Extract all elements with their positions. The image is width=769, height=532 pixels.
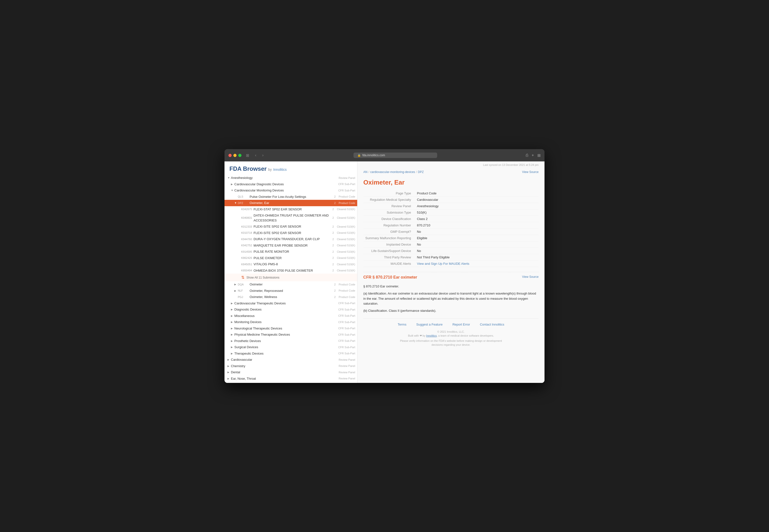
- sidebar: FDA Browser by Innolitics ▼Anesthesiolog…: [224, 161, 357, 383]
- tree-arrow: ▶: [234, 289, 238, 293]
- detail-label: Life-Sustain/Support Device: [363, 248, 415, 254]
- minimize-button[interactable]: [233, 154, 236, 157]
- app-header: FDA Browser by Innolitics: [224, 161, 357, 175]
- tree-item-nlf[interactable]: ▶NLFOximeter, Reprocessed2Product Code: [224, 288, 357, 294]
- view-source-link-top[interactable]: View Source: [522, 170, 539, 174]
- tree-arrow: ▶: [227, 364, 231, 368]
- tree-item-k040831[interactable]: K040831DATEX-OHMEDA TRUSAT PULSE OXIMETE…: [224, 212, 357, 223]
- tree-label: VITALOG PMS-8: [253, 262, 332, 267]
- app-title: FDA Browser: [229, 165, 266, 172]
- tree-item-cardiovascular-monitoring[interactable]: ▼Cardiovascular Monitoring DevicesCFR Su…: [224, 187, 357, 194]
- tree-item-pgj[interactable]: PGJOximeter, Wellness2Product Code: [224, 294, 357, 300]
- tree-label: Oximeter, Wellness: [249, 295, 334, 299]
- detail-label: Review Panel: [363, 203, 415, 209]
- tree-type: CFR Sub-Part: [336, 326, 355, 330]
- tree-item-cardiovascular-diagnostic[interactable]: ▶Cardiovascular Diagnostic DevicesCFR Su…: [224, 181, 357, 188]
- tree-item-k914595[interactable]: K914595PULSE RATE MONITOR2Cleared 510(K): [224, 249, 357, 255]
- tree-item-k042675[interactable]: K042675FLEXI-STAT SP02 EAR SENSOR2Cleare…: [224, 206, 357, 213]
- tree-item-ear-nose-throat[interactable]: ▶Ear, Nose, ThroatReview Panel: [224, 376, 357, 382]
- tree-item-neurological-therapeutic[interactable]: ▶Neurological Therapeutic DevicesCFR Sub…: [224, 325, 357, 332]
- tree-item-k010718[interactable]: K010718FLEXI-SITE SP02 EAR SENSOR2Cleare…: [224, 230, 357, 236]
- show-all-row[interactable]: ⇅Show All 11 Submissions: [224, 274, 357, 281]
- new-tab-icon[interactable]: +: [532, 153, 534, 158]
- footer-link-terms[interactable]: Terms: [398, 323, 407, 326]
- footer-link-contact[interactable]: Contact Innolitics: [480, 323, 504, 326]
- tree-code: K845051: [241, 262, 252, 266]
- maximize-button[interactable]: [238, 154, 241, 157]
- forward-button[interactable]: ›: [261, 153, 265, 158]
- innolitics-link[interactable]: Innolitics: [426, 334, 437, 337]
- tree-item-physical-medicine[interactable]: ▶Physical Medicine Therapeutic DevicesCF…: [224, 331, 357, 338]
- tree-item-cardiovascular[interactable]: ▶CardiovascularReview Panel: [224, 357, 357, 363]
- address-bar[interactable]: 🔒 fda.innolitics.com: [353, 153, 437, 158]
- tree-badge: 2: [332, 237, 334, 241]
- detail-row: MAUDE AlertsView and Sign Up For MAUDE A…: [363, 261, 539, 267]
- detail-label: Page Type: [363, 190, 415, 197]
- tree-label: Oximeter, Ear: [249, 201, 334, 205]
- footer-link-suggest-feature[interactable]: Suggest a Feature: [416, 323, 443, 326]
- view-source-link-cfr[interactable]: View Source: [522, 275, 539, 279]
- detail-row: Page TypeProduct Code: [363, 190, 539, 197]
- tree-type: Cleared 510(K): [335, 216, 355, 220]
- detail-value: No: [415, 248, 539, 254]
- tree-code: K012333: [241, 225, 252, 229]
- tree-item-monitoring-devices[interactable]: ▶Monitoring DevicesCFR Sub-Part: [224, 319, 357, 325]
- tree-item-k850494[interactable]: K850494OHMEDA BIOX 3700 PULSE OXIMETER2C…: [224, 267, 357, 274]
- tree-code: K850494: [241, 268, 252, 273]
- tree-item-surgical-devices[interactable]: ▶Surgical DevicesCFR Sub-Part: [224, 344, 357, 350]
- grid-icon[interactable]: ⊞: [537, 153, 541, 158]
- tree-label: Surgical Devices: [234, 345, 336, 350]
- tree-item-anesthesiology[interactable]: ▼AnesthesiologyReview Panel: [224, 175, 357, 181]
- detail-label: Implanted Device: [363, 241, 415, 248]
- footer-link-report-error[interactable]: Report Error: [453, 323, 470, 326]
- share-icon[interactable]: ⎙: [526, 153, 528, 158]
- tree-item-gastroenterology[interactable]: ▶Gastroenterology and UrologyReview Pane…: [224, 382, 357, 383]
- tree-label: Cardiovascular Diagnostic Devices: [234, 182, 336, 187]
- tree-item-k942752[interactable]: K942752MARQUETTE EAR PROBE SENSOR2Cleare…: [224, 242, 357, 249]
- tree-arrow: ▶: [231, 327, 234, 330]
- tree-item-k862426[interactable]: K862426PULSE OXIMETER2Cleared 510(K): [224, 255, 357, 261]
- tree-item-k012333[interactable]: K012333FLEXI-SITE SP02 EAR SENSOR2Cleare…: [224, 223, 357, 230]
- tree-item-k944760[interactable]: K944760DURA-Y OXYGEN TRANSDUCER, EAR CLI…: [224, 236, 357, 242]
- sync-note: Last synced on 13 December 2021 at 5:24 …: [357, 161, 545, 166]
- toolbar-right: ⎙ + ⊞: [526, 153, 541, 158]
- right-panel: Last synced on 13 December 2021 at 5:24 …: [357, 161, 545, 383]
- detail-row: Summary Malfunction ReportingEligible: [363, 235, 539, 241]
- tree-item-prosthetic-devices[interactable]: ▶Prosthetic DevicesCFR Sub-Part: [224, 338, 357, 344]
- tree-type: Product Code: [337, 195, 355, 199]
- tree-item-chemistry[interactable]: ▶ChemistryReview Panel: [224, 363, 357, 369]
- tree-item-miscellaneous[interactable]: ▶MiscellaneousCFR Sub-Part: [224, 313, 357, 319]
- tree-badge: 2: [332, 262, 334, 266]
- breadcrumb-an[interactable]: AN: [363, 170, 367, 174]
- maude-alerts-link[interactable]: View and Sign Up For MAUDE Alerts: [417, 262, 470, 266]
- tree-arrow: ▶: [231, 333, 234, 336]
- tree-label: Pulse Oximeter For Low-Acuity Settings: [249, 194, 334, 199]
- tree-item-therapeutic-devices[interactable]: ▶Therapeutic DevicesCFR Sub-Part: [224, 350, 357, 357]
- breadcrumb-dpz[interactable]: DPZ: [418, 170, 424, 174]
- tree-code: K942752: [241, 243, 252, 248]
- tree-code: NLF: [238, 289, 248, 293]
- detail-row: Third Party ReviewNot Third Party Eligib…: [363, 254, 539, 261]
- tree-badge: 2: [334, 295, 336, 299]
- tree-badge: 2: [332, 256, 334, 260]
- page-content: FDA Browser by Innolitics ▼Anesthesiolog…: [224, 161, 545, 383]
- tree-label: Monitoring Devices: [234, 320, 336, 325]
- tree-item-dpz[interactable]: ▼DPZOximeter, Ear2Product Code: [224, 200, 357, 206]
- tree-item-cardiovascular-therapeutic[interactable]: ▶Cardiovascular Therapeutic DevicesCFR S…: [224, 300, 357, 307]
- tree-item-diagnostic-devices[interactable]: ▶Diagnostic DevicesCFR Sub-Part: [224, 306, 357, 313]
- breadcrumb-cardiovascular[interactable]: cardiovascular-monitoring-devices: [370, 170, 415, 174]
- tree-arrow: ▼: [234, 201, 238, 205]
- sidebar-toggle-button[interactable]: ⊞: [244, 153, 250, 158]
- tree-item-dqa[interactable]: ▶DQAOximeter2Product Code: [224, 281, 357, 288]
- back-button[interactable]: ‹: [253, 153, 258, 158]
- tree-item-k845051[interactable]: K845051VITALOG PMS-82Cleared 510(K): [224, 261, 357, 267]
- close-button[interactable]: [228, 154, 232, 157]
- tree-type: Product Code: [337, 295, 355, 299]
- tree-item-qls[interactable]: QLSPulse Oximeter For Low-Acuity Setting…: [224, 194, 357, 200]
- tree-type: CFR Sub-Part: [336, 182, 355, 186]
- tree-arrow: ▶: [234, 282, 238, 286]
- tree-label: Oximeter, Reprocessed: [249, 288, 334, 293]
- url-text: fda.innolitics.com: [362, 154, 385, 157]
- tree-type: Cleared 510(K): [335, 256, 355, 260]
- tree-item-dental[interactable]: ▶DentalReview Panel: [224, 369, 357, 376]
